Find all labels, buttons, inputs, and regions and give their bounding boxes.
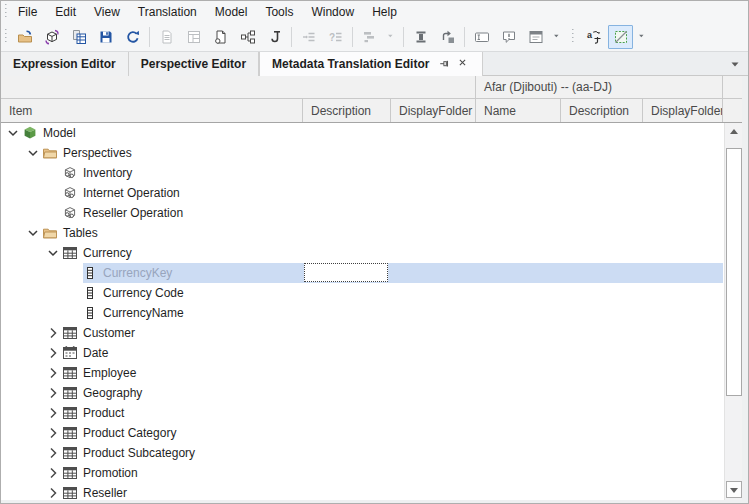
toolbar-grip-handle[interactable] [3, 29, 9, 45]
chevron-down-icon[interactable] [5, 125, 21, 141]
dropdown-arrow-icon [638, 33, 648, 42]
tree-item-currencyname[interactable]: CurrencyName [1, 303, 724, 323]
header-corner-cell [723, 99, 742, 122]
scroll-up-button[interactable] [725, 123, 742, 140]
grid-header: Afar (Djibouti) -- (aa-DJ) ItemDescripti… [1, 76, 742, 123]
column-header-displayfolder-5[interactable]: DisplayFolder [643, 99, 723, 122]
tree-item-label: Promotion [83, 466, 138, 480]
textbox-mode-icon [474, 29, 490, 45]
column-icon [81, 285, 99, 301]
validation-messages-button[interactable] [496, 25, 521, 49]
goto-node-button[interactable] [435, 25, 460, 49]
menu-tools[interactable]: Tools [256, 2, 302, 22]
tab-strip: Expression EditorPerspective EditorMetad… [1, 52, 748, 76]
column-header-name-3[interactable]: Name [476, 99, 561, 122]
vertical-scrollbar[interactable] [724, 123, 742, 500]
open-model-button[interactable] [12, 25, 37, 49]
dropdown-arrow-button[interactable] [550, 25, 565, 49]
tree-item-currency[interactable]: Currency [1, 243, 724, 263]
tree-item-geography[interactable]: Geography [1, 383, 724, 403]
layout-options-icon [362, 29, 378, 45]
process-model-button[interactable] [39, 25, 64, 49]
dropdown-arrow-button[interactable] [635, 25, 650, 49]
menu-translation[interactable]: Translation [129, 2, 206, 22]
scrollbar-thumb[interactable] [726, 148, 742, 396]
tree-item-reseller-operation[interactable]: Reseller Operation [1, 203, 724, 223]
menu-file[interactable]: File [9, 2, 46, 22]
tree-item-label: CurrencyName [103, 306, 184, 320]
highlight-untranslated-button[interactable] [608, 25, 633, 49]
menu-edit[interactable]: Edit [46, 2, 85, 22]
tree-item-tables[interactable]: Tables [1, 223, 724, 243]
chevron-right-icon[interactable] [45, 345, 61, 361]
scroll-down-button[interactable] [726, 481, 742, 498]
tree-indent [65, 265, 81, 281]
toolbar-separator [352, 27, 353, 47]
tree-item-label: Product Subcategory [83, 446, 195, 460]
tree-item-inventory[interactable]: Inventory [1, 163, 724, 183]
textbox-mode-button[interactable] [469, 25, 494, 49]
chevron-right-icon[interactable] [45, 445, 61, 461]
tab-metadata-translation-editor[interactable]: Metadata Translation Editor [259, 52, 483, 76]
column-header-displayfolder-2[interactable]: DisplayFolder [391, 99, 476, 122]
tree-item-reseller[interactable]: Reseller [1, 483, 724, 500]
import-metadata-button[interactable] [66, 25, 91, 49]
column-header-description-1[interactable]: Description [303, 99, 391, 122]
report-grid-button [181, 25, 206, 49]
translate-button[interactable]: a [581, 25, 606, 49]
tree-item-customer[interactable]: Customer [1, 323, 724, 343]
script-file-button[interactable] [208, 25, 233, 49]
tree-item-internet-operation[interactable]: Internet Operation [1, 183, 724, 203]
window-layout-button[interactable] [523, 25, 548, 49]
tree-item-product-category[interactable]: Product Category [1, 423, 724, 443]
tree-item-currencykey[interactable]: CurrencyKey [1, 263, 724, 283]
chevron-down-icon[interactable] [45, 245, 61, 261]
tab-perspective-editor[interactable]: Perspective Editor [129, 52, 259, 76]
toolbar-grip-handle[interactable] [570, 29, 576, 45]
perspective-icon [61, 165, 79, 181]
tree-item-date[interactable]: Date [1, 343, 724, 363]
chevron-down-icon[interactable] [25, 225, 41, 241]
tree-indent [65, 285, 81, 301]
tree-item-perspectives[interactable]: Perspectives [1, 143, 724, 163]
chevron-right-icon[interactable] [45, 405, 61, 421]
table-icon [61, 245, 79, 261]
tree-item-label: Model [43, 126, 76, 140]
focused-description-cell[interactable] [304, 263, 388, 282]
language-group-header[interactable]: Afar (Djibouti) -- (aa-DJ) [476, 76, 723, 98]
save-button[interactable] [93, 25, 118, 49]
tree-item-currency-code[interactable]: Currency Code [1, 283, 724, 303]
pin-icon[interactable] [439, 58, 452, 71]
chevron-right-icon[interactable] [45, 465, 61, 481]
table-icon [61, 405, 79, 421]
chevron-right-icon[interactable] [45, 485, 61, 500]
chevron-right-icon[interactable] [45, 325, 61, 341]
tab-expression-editor[interactable]: Expression Editor [1, 52, 129, 76]
menu-help[interactable]: Help [363, 2, 406, 22]
tree-item-employee[interactable]: Employee [1, 363, 724, 383]
table-icon [61, 325, 79, 341]
model-hierarchy-button[interactable] [235, 25, 260, 49]
menu-bar: FileEditViewTranslationModelToolsWindowH… [1, 1, 748, 23]
tree-item-model[interactable]: Model [1, 123, 724, 143]
tree-item-promotion[interactable]: Promotion [1, 463, 724, 483]
tree-indent [65, 305, 81, 321]
menu-window[interactable]: Window [302, 2, 363, 22]
chevron-down-icon[interactable] [25, 145, 41, 161]
svg-text:?: ? [329, 32, 335, 43]
column-header-description-4[interactable]: Description [561, 99, 643, 122]
tree-item-product-subcategory[interactable]: Product Subcategory [1, 443, 724, 463]
json-script-button[interactable] [262, 25, 287, 49]
tab-list-dropdown-button[interactable] [728, 57, 742, 71]
tree-item-product[interactable]: Product [1, 403, 724, 423]
collapse-all-button[interactable] [408, 25, 433, 49]
menu-view[interactable]: View [85, 2, 129, 22]
chevron-right-icon[interactable] [45, 385, 61, 401]
column-header-item-0[interactable]: Item [1, 99, 303, 122]
refresh-button[interactable] [120, 25, 145, 49]
chevron-right-icon[interactable] [45, 365, 61, 381]
close-icon[interactable] [458, 58, 470, 70]
chevron-right-icon[interactable] [45, 425, 61, 441]
import-metadata-icon [71, 29, 87, 45]
menu-model[interactable]: Model [206, 2, 257, 22]
